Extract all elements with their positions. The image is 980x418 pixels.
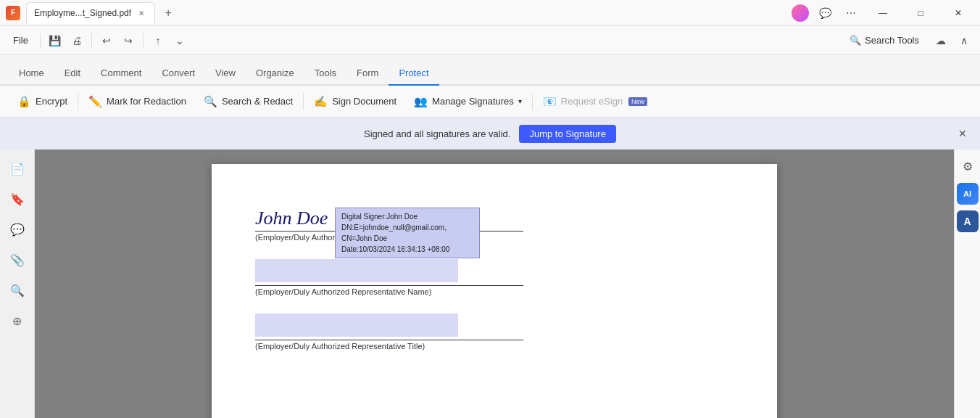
tooltip-line3: CN=John Doe: [341, 233, 473, 244]
search-redact-label: Search & Redact: [222, 96, 293, 107]
tab-title: Employme...t_Signed.pdf: [34, 8, 131, 18]
ribbon-sep-2: [303, 93, 304, 110]
notification-bar: Signed and all signatures are valid. Jum…: [0, 118, 980, 149]
request-esign-icon: 📧: [543, 95, 557, 108]
manage-sigs-chevron: ▾: [518, 97, 522, 105]
tooltip-line1: Digital Signer:John Doe: [341, 211, 473, 222]
sidebar-pages-icon[interactable]: 📄: [4, 155, 30, 181]
chat-button[interactable]: 💬: [815, 3, 835, 23]
tab-close-button[interactable]: ✕: [136, 7, 147, 19]
cloud-button[interactable]: ☁: [931, 30, 951, 51]
ribbon-sep-3: [532, 93, 533, 110]
panel-settings-button[interactable]: ⚙: [957, 155, 979, 177]
ribbon: 🔒 Encrypt ✏️ Mark for Redaction 🔍 Search…: [0, 86, 980, 118]
request-esign-button[interactable]: 📧 Request eSign New: [534, 91, 656, 112]
file-menu[interactable]: File: [6, 32, 36, 49]
search-tools-icon: 🔍: [850, 35, 861, 46]
menu-separator-2: [91, 33, 92, 48]
tab-view[interactable]: View: [205, 62, 246, 86]
more-tools-button[interactable]: ⌄: [170, 30, 190, 51]
name-label: (Employer/Duly Authorized Representative…: [255, 287, 734, 296]
ribbon-sep-1: [78, 93, 78, 110]
mark-for-redaction-button[interactable]: ✏️ Mark for Redaction: [80, 91, 195, 112]
active-tab[interactable]: Employme...t_Signed.pdf ✕: [26, 2, 155, 24]
menu-separator-1: [40, 33, 41, 48]
nav-tabs: Home Edit Comment Convert View Organize …: [0, 55, 980, 86]
name-field[interactable]: [255, 259, 458, 282]
more-button[interactable]: ⋯: [841, 3, 861, 23]
tab-edit[interactable]: Edit: [54, 62, 91, 86]
search-redact-icon: 🔍: [204, 95, 217, 108]
print-button[interactable]: 🖨: [67, 30, 87, 51]
left-sidebar: 📄 🔖 💬 📎 🔍 ⊕: [0, 149, 35, 418]
collapse-button[interactable]: ∧: [954, 30, 974, 51]
tab-organize[interactable]: Organize: [246, 62, 304, 86]
pdf-viewer[interactable]: John Doe Digital Signer:John Doe DN:E=jo…: [35, 149, 954, 418]
sidebar-comments-icon[interactable]: 💬: [4, 216, 30, 242]
search-redact-button[interactable]: 🔍 Search & Redact: [195, 91, 302, 112]
signature-area: John Doe Digital Signer:John Doe DN:E=jo…: [255, 208, 734, 351]
menubar: File 💾 🖨 ↩ ↪ ↑ ⌄ 🔍 Search Tools ☁ ∧: [0, 26, 980, 55]
mark-redaction-label: Mark for Redaction: [107, 96, 186, 107]
search-tools-label: Search Tools: [865, 35, 919, 46]
sign-doc-label: Sign Document: [332, 96, 396, 107]
title-field-block: (Employer/Duly Authorized Representative…: [255, 314, 734, 351]
tab-tools[interactable]: Tools: [304, 62, 346, 86]
signature-label: (Employer/Duly Authorized Representative…: [255, 233, 734, 242]
signature-tooltip: Digital Signer:John Doe DN:E=johndoe_nul…: [335, 208, 480, 258]
sign-doc-icon: ✍️: [314, 95, 328, 108]
titlebar: F Employme...t_Signed.pdf ✕ + 💬 ⋯ — □ ✕: [0, 0, 980, 26]
encrypt-button[interactable]: 🔒 Encrypt: [9, 91, 76, 112]
manage-sigs-icon: 👥: [414, 95, 428, 108]
tab-protect[interactable]: Protect: [389, 62, 439, 86]
app-icon: F: [6, 6, 20, 20]
sign-document-button[interactable]: ✍️ Sign Document: [305, 91, 405, 112]
share-button[interactable]: ↑: [148, 30, 168, 51]
manage-sigs-label: Manage Signatures: [432, 96, 514, 107]
pdf-page: John Doe Digital Signer:John Doe DN:E=jo…: [212, 164, 777, 418]
maximize-button[interactable]: □: [905, 0, 937, 26]
title-field[interactable]: [255, 314, 458, 337]
minimize-button[interactable]: —: [867, 0, 899, 26]
mark-redaction-icon: ✏️: [88, 95, 102, 108]
new-tab-button[interactable]: +: [158, 3, 178, 23]
tab-form[interactable]: Form: [346, 62, 389, 86]
sidebar-layers-icon[interactable]: ⊕: [4, 308, 30, 334]
redo-button[interactable]: ↪: [118, 30, 138, 51]
title-label: (Employer/Duly Authorized Representative…: [255, 342, 734, 351]
encrypt-icon: 🔒: [17, 95, 31, 108]
right-sidebar: ⚙ AI A: [954, 149, 980, 418]
close-button[interactable]: ✕: [942, 0, 974, 26]
tab-convert[interactable]: Convert: [151, 62, 205, 86]
main-layout: 📄 🔖 💬 📎 🔍 ⊕ John Doe Digital Signer:John…: [0, 149, 980, 418]
menu-separator-3: [143, 33, 144, 48]
tab-home[interactable]: Home: [9, 62, 54, 86]
sidebar-search-icon[interactable]: 🔍: [4, 277, 30, 303]
jump-to-signature-button[interactable]: Jump to Signature: [519, 125, 616, 143]
request-esign-label: Request eSign: [561, 96, 623, 107]
manage-signatures-button[interactable]: 👥 Manage Signatures ▾: [405, 91, 531, 112]
save-button[interactable]: 💾: [45, 30, 65, 51]
notification-message: Signed and all signatures are valid.: [364, 128, 510, 139]
signature-block: John Doe Digital Signer:John Doe DN:E=jo…: [255, 208, 734, 242]
signature-name: John Doe: [255, 208, 328, 229]
menubar-right: 🔍 Search Tools ☁ ∧: [841, 30, 974, 51]
sidebar-bookmarks-icon[interactable]: 🔖: [4, 186, 30, 212]
new-badge: New: [628, 97, 647, 106]
undo-button[interactable]: ↩: [96, 30, 117, 51]
name-field-block: (Employer/Duly Authorized Representative…: [255, 259, 734, 296]
user-avatar[interactable]: [792, 4, 809, 22]
search-tools-button[interactable]: 🔍 Search Tools: [841, 30, 928, 50]
title-line: [255, 340, 523, 340]
ai-assistant-button[interactable]: AI: [957, 183, 979, 205]
sidebar-attachments-icon[interactable]: 📎: [4, 247, 30, 273]
name-line: [255, 285, 523, 286]
notification-close-button[interactable]: ✕: [954, 125, 971, 142]
tooltip-line4: Date:10/03/2024 16:34:13 +08:00: [341, 244, 473, 255]
word-addon-button[interactable]: A: [957, 210, 979, 232]
encrypt-label: Encrypt: [36, 96, 67, 107]
titlebar-controls: 💬 ⋯ — □ ✕: [792, 0, 974, 26]
tab-comment[interactable]: Comment: [91, 62, 151, 86]
tooltip-line2: DN:E=johndoe_null@gmail.com,: [341, 222, 473, 233]
